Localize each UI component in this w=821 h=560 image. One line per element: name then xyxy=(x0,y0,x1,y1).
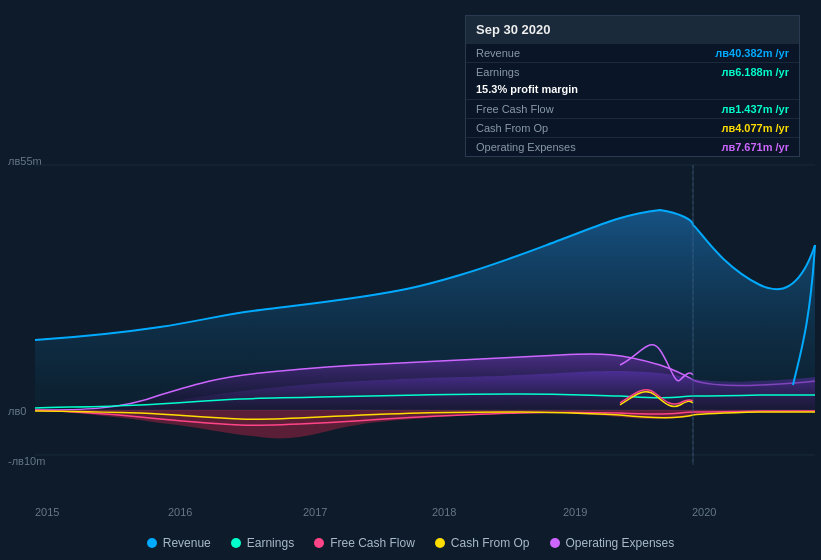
legend-item-earnings[interactable]: Earnings xyxy=(231,536,294,550)
tooltip-row-earnings: Earnings лв6.188m /yr xyxy=(466,62,799,81)
legend-item-cashfromop[interactable]: Cash From Op xyxy=(435,536,530,550)
x-label-2016: 2016 xyxy=(168,506,192,518)
x-label-2017: 2017 xyxy=(303,506,327,518)
x-label-2015: 2015 xyxy=(35,506,59,518)
legend-dot-earnings xyxy=(231,538,241,548)
main-chart-svg xyxy=(0,155,821,485)
legend: Revenue Earnings Free Cash Flow Cash Fro… xyxy=(0,536,821,550)
legend-item-opex[interactable]: Operating Expenses xyxy=(550,536,675,550)
tooltip-label-revenue: Revenue xyxy=(476,47,520,59)
tooltip-value-fcf: лв1.437m /yr xyxy=(721,103,789,115)
legend-dot-opex xyxy=(550,538,560,548)
tooltip-row-cashfromop: Cash From Op лв4.077m /yr xyxy=(466,118,799,137)
x-label-2019: 2019 xyxy=(563,506,587,518)
tooltip-profit-margin: 15.3% profit margin xyxy=(466,81,799,99)
tooltip-label-cashfromop: Cash From Op xyxy=(476,122,548,134)
x-label-2018: 2018 xyxy=(432,506,456,518)
legend-label-opex: Operating Expenses xyxy=(566,536,675,550)
tooltip-header: Sep 30 2020 xyxy=(466,16,799,43)
legend-label-cashfromop: Cash From Op xyxy=(451,536,530,550)
legend-dot-cashfromop xyxy=(435,538,445,548)
tooltip-label-earnings: Earnings xyxy=(476,66,519,78)
tooltip-box: Sep 30 2020 Revenue лв40.382m /yr Earnin… xyxy=(465,15,800,157)
chart-container: Sep 30 2020 Revenue лв40.382m /yr Earnin… xyxy=(0,0,821,560)
tooltip-label-opex: Operating Expenses xyxy=(476,141,576,153)
legend-dot-fcf xyxy=(314,538,324,548)
tooltip-value-opex: лв7.671m /yr xyxy=(721,141,789,153)
tooltip-row-opex: Operating Expenses лв7.671m /yr xyxy=(466,137,799,156)
legend-label-earnings: Earnings xyxy=(247,536,294,550)
tooltip-row-fcf: Free Cash Flow лв1.437m /yr xyxy=(466,99,799,118)
legend-item-fcf[interactable]: Free Cash Flow xyxy=(314,536,415,550)
legend-label-revenue: Revenue xyxy=(163,536,211,550)
tooltip-value-revenue: лв40.382m /yr xyxy=(715,47,789,59)
legend-item-revenue[interactable]: Revenue xyxy=(147,536,211,550)
tooltip-row-revenue: Revenue лв40.382m /yr xyxy=(466,43,799,62)
legend-label-fcf: Free Cash Flow xyxy=(330,536,415,550)
chart-wrapper xyxy=(0,155,821,485)
tooltip-value-earnings: лв6.188m /yr xyxy=(721,66,789,78)
tooltip-label-fcf: Free Cash Flow xyxy=(476,103,554,115)
x-label-2020: 2020 xyxy=(692,506,716,518)
tooltip-value-cashfromop: лв4.077m /yr xyxy=(721,122,789,134)
legend-dot-revenue xyxy=(147,538,157,548)
